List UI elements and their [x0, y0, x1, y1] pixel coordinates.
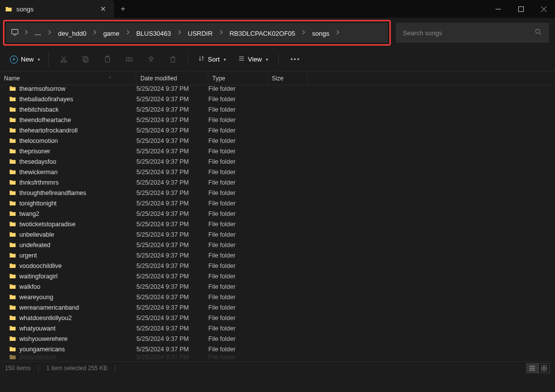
chevron-right-icon[interactable] [300, 30, 307, 37]
file-name: tonighttonight [19, 200, 57, 207]
maximize-button[interactable] [509, 0, 532, 18]
tab-close-button[interactable]: ✕ [97, 4, 109, 14]
table-row[interactable]: thearmsofsorrow5/25/2024 9:37 PMFile fol… [0, 85, 555, 94]
breadcrumb-segment[interactable]: dev_hdd0 [53, 28, 91, 39]
folder-icon [9, 95, 16, 103]
column-header-name[interactable]: Name ⌃ [0, 71, 136, 85]
pc-icon[interactable] [9, 28, 22, 38]
file-date: 5/25/2024 9:37 PM [136, 325, 208, 332]
file-type: File folder [208, 200, 268, 207]
chevron-right-icon[interactable] [23, 29, 30, 37]
table-row[interactable]: youngamericans5/25/2024 9:37 PMFile fold… [0, 344, 555, 354]
view-label: View [248, 56, 262, 63]
folder-icon [9, 147, 16, 155]
table-row[interactable]: thesedaysfoo5/25/2024 9:37 PMFile folder [0, 156, 555, 167]
table-row[interactable]: voodoochildlive5/25/2024 9:37 PMFile fol… [0, 261, 555, 271]
table-row[interactable]: tonighttonight5/25/2024 9:37 PMFile fold… [0, 198, 555, 208]
file-date: 5/25/2024 9:37 PM [136, 210, 208, 217]
sort-asc-icon: ⌃ [108, 76, 112, 81]
thumbnails-view-button[interactable] [538, 363, 550, 373]
file-list[interactable]: theanthem 5/25/2024 9:37 PM File folder … [0, 85, 555, 361]
paste-button[interactable] [97, 52, 117, 67]
file-name: undefeated [19, 242, 51, 249]
folder-icon [9, 325, 16, 332]
file-type: File folder [208, 127, 268, 134]
table-row[interactable]: twoticketstoparadise5/25/2024 9:37 PMFil… [0, 219, 555, 229]
overflow-menu-button[interactable]: ••• [284, 56, 308, 63]
table-row[interactable]: theheartofrockandroll5/25/2024 9:37 PMFi… [0, 125, 555, 135]
chevron-right-icon[interactable] [176, 30, 183, 37]
view-button[interactable]: View ▾ [233, 52, 273, 66]
window-controls [487, 0, 555, 18]
table-row[interactable]: undefeated5/25/2024 9:37 PMFile folder [0, 240, 555, 250]
sort-icon [198, 55, 205, 64]
file-type: File folder [208, 137, 268, 144]
table-row[interactable]: theendofheartache5/25/2024 9:37 PMFile f… [0, 115, 555, 125]
chevron-right-icon[interactable] [46, 30, 53, 37]
file-date: 5/25/2024 9:37 PM [136, 273, 208, 280]
file-type: File folder [208, 262, 268, 269]
breadcrumb-segment[interactable]: BLUS30463 [131, 28, 176, 39]
column-header-date[interactable]: Date modified [136, 71, 208, 85]
table-row[interactable]: walkfoo5/25/2024 9:37 PMFile folder [0, 281, 555, 292]
minimize-button[interactable] [487, 0, 509, 18]
chevron-right-icon[interactable] [218, 30, 225, 37]
file-name: weareyoung [19, 294, 53, 301]
table-row[interactable]: urgent5/25/2024 9:37 PMFile folder [0, 250, 555, 261]
column-headers: Name ⌃ Date modified Type Size [0, 71, 555, 85]
chevron-right-icon[interactable] [334, 30, 341, 37]
folder-icon [9, 106, 16, 114]
column-header-size[interactable]: Size [268, 71, 308, 85]
sort-button[interactable]: Sort ▾ [193, 52, 231, 66]
table-row[interactable]: weareyoung5/25/2024 9:37 PMFile folder [0, 292, 555, 302]
toolbar: + New ▾ A Sort ▾ View ▾ ••• [0, 48, 555, 71]
chevron-right-icon[interactable] [91, 30, 98, 37]
breadcrumb-segment[interactable]: USRDIR [183, 28, 218, 39]
new-label: New [21, 56, 34, 63]
table-row[interactable]: thewickerman5/25/2024 9:37 PMFile folder [0, 167, 555, 177]
table-row[interactable]: unbelievable5/25/2024 9:37 PMFile folder [0, 229, 555, 240]
table-row[interactable]: thelocomotion5/25/2024 9:37 PMFile folde… [0, 135, 555, 146]
breadcrumb-segment[interactable]: songs [307, 28, 334, 39]
svg-rect-14 [105, 57, 110, 62]
delete-button[interactable] [163, 52, 183, 67]
table-row[interactable]: waitingforagirl5/25/2024 9:37 PMFile fol… [0, 271, 555, 281]
file-date: 5/25/2024 9:37 PM [136, 231, 208, 238]
table-row[interactable]: theprisoner5/25/2024 9:37 PMFile folder [0, 146, 555, 156]
table-row[interactable]: throughthefireandflames5/25/2024 9:37 PM… [0, 188, 555, 198]
file-name: thelocomotion [19, 137, 58, 144]
table-row[interactable]: wishyouwerehere5/25/2024 9:37 PMFile fol… [0, 333, 555, 344]
new-button[interactable]: + New ▾ [5, 53, 49, 66]
sort-label: Sort [208, 56, 220, 63]
share-button[interactable] [141, 52, 161, 67]
chevron-down-icon: ▾ [224, 57, 226, 62]
file-name: thnksfrthmmrs [19, 179, 59, 186]
status-bar: 150 items | 1 item selected 255 KB | [0, 361, 555, 374]
new-tab-button[interactable]: + [114, 0, 132, 18]
breadcrumb-segment[interactable]: RB3DLCPACK02OF05 [225, 28, 301, 39]
file-date: 5/25/2024 9:37 PM [136, 117, 208, 124]
window-tab[interactable]: songs ✕ [0, 0, 114, 18]
table-row[interactable]: theballadofirahayes5/25/2024 9:37 PMFile… [0, 94, 555, 104]
table-row[interactable]: thnksfrthmmrs5/25/2024 9:37 PMFile folde… [0, 177, 555, 188]
folder-icon [9, 231, 16, 239]
table-row[interactable]: whatdoesntkillyou25/25/2024 9:37 PMFile … [0, 313, 555, 323]
address-bar[interactable]: … dev_hdd0gameBLUS30463USRDIRRB3DLCPACK0… [6, 23, 388, 43]
cut-button[interactable] [54, 52, 73, 67]
table-row[interactable]: whatyouwant5/25/2024 9:37 PMFile folder [0, 323, 555, 333]
column-header-type[interactable]: Type [208, 71, 268, 85]
table-row[interactable]: ziggystardust 5/25/2024 9:37 PM File fol… [0, 354, 555, 360]
file-date: 5/25/2024 9:37 PM [136, 242, 208, 249]
table-row[interactable]: twang25/25/2024 9:37 PMFile folder [0, 208, 555, 219]
breadcrumb-overflow[interactable]: … [31, 27, 45, 39]
rename-button[interactable]: A [119, 52, 139, 67]
copy-button[interactable] [75, 52, 95, 67]
table-row[interactable]: thebitchisback5/25/2024 9:37 PMFile fold… [0, 104, 555, 115]
table-row[interactable]: wereanamericanband5/25/2024 9:37 PMFile … [0, 302, 555, 313]
details-view-button[interactable] [526, 363, 538, 373]
chevron-right-icon[interactable] [124, 30, 131, 37]
search-input[interactable]: Search songs [396, 23, 549, 43]
breadcrumb-segment[interactable]: game [98, 28, 124, 39]
close-window-button[interactable] [532, 0, 555, 18]
file-type: File folder [208, 273, 268, 280]
